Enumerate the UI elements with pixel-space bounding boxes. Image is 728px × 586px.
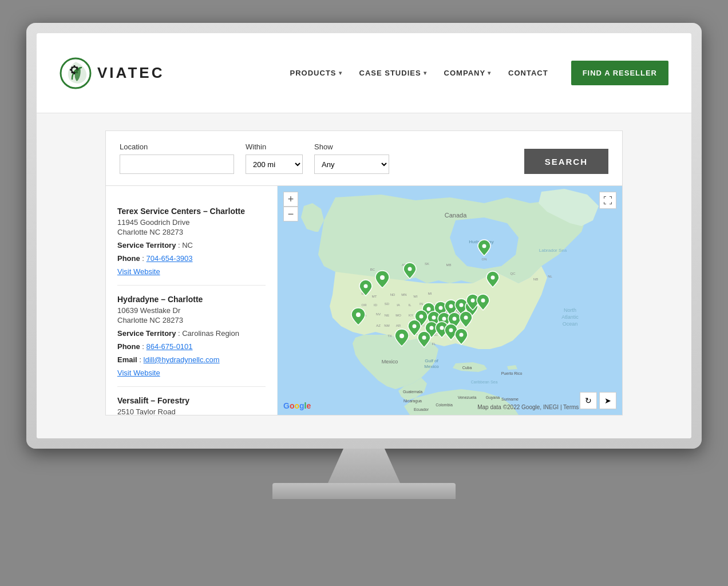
svg-rect-4 — [70, 69, 72, 70]
listing-service-territory: Service Territory : Carolinas Region — [117, 329, 266, 338]
svg-text:NB: NB — [533, 278, 538, 281]
svg-point-91 — [413, 324, 417, 328]
svg-point-72 — [408, 267, 412, 271]
svg-point-93 — [491, 276, 495, 280]
svg-text:North: North — [564, 307, 576, 313]
svg-text:Nicaragua: Nicaragua — [403, 399, 422, 403]
svg-text:MB: MB — [446, 263, 452, 267]
svg-point-75 — [427, 307, 431, 311]
logo-text: VIATEC — [97, 64, 164, 82]
svg-text:IN: IN — [420, 302, 423, 306]
svg-point-88 — [460, 333, 464, 337]
svg-text:MN: MN — [401, 293, 406, 296]
monitor-screen: VIATEC PRODUCTS ▾ CASE STUDIES ▾ COMPANY… — [37, 33, 691, 438]
svg-text:Guatemala: Guatemala — [403, 390, 422, 394]
phone-link[interactable]: 864-675-0101 — [147, 342, 193, 351]
map-google-branding: Google — [283, 401, 311, 410]
website-link[interactable]: Visit Website — [117, 369, 160, 377]
listing-item: Versalift – Forestry 2510 Taylor Road Sh… — [117, 387, 266, 415]
location-label: Location — [120, 142, 234, 151]
listing-item: Hydradyne – Charlotte 10639 Westlake Dr … — [117, 286, 266, 387]
svg-point-95 — [481, 299, 485, 303]
svg-text:Atlantic: Atlantic — [561, 314, 579, 320]
logo-icon — [60, 57, 92, 89]
site-header: VIATEC PRODUCTS ▾ CASE STUDIES ▾ COMPANY… — [37, 33, 691, 113]
listing-address-1: 11945 Goodrich Drive — [117, 218, 266, 227]
within-select[interactable]: 200 mi 50 mi 100 mi 500 mi — [246, 155, 303, 174]
find-reseller-button[interactable]: FIND A RESELLER — [571, 61, 668, 85]
listing-title: Hydradyne – Charlotte — [117, 295, 266, 304]
svg-text:MI: MI — [428, 292, 432, 295]
location-input[interactable] — [120, 155, 234, 174]
svg-text:Colombia: Colombia — [436, 403, 453, 407]
map-refresh-button[interactable]: ↻ — [580, 392, 597, 409]
show-select[interactable]: Any Resellers Service Centers — [314, 155, 389, 174]
listing-phone: Phone : 704-654-3903 — [117, 254, 266, 263]
nav-case-studies[interactable]: CASE STUDIES ▾ — [359, 69, 427, 77]
svg-text:NL: NL — [548, 275, 552, 278]
map-panel[interactable]: North Atlantic Ocean Canada Hudson Bay L… — [278, 186, 622, 415]
listing-website: Visit Website — [117, 267, 266, 276]
svg-text:IA: IA — [397, 303, 400, 307]
logo-link[interactable]: VIATEC — [60, 57, 164, 89]
svg-text:MT: MT — [372, 295, 377, 298]
svg-point-76 — [439, 306, 443, 310]
svg-text:NV: NV — [376, 312, 381, 316]
svg-point-81 — [432, 316, 436, 320]
svg-text:SK: SK — [425, 262, 429, 266]
listing-phone: Phone : 864-675-0101 — [117, 342, 266, 351]
svg-point-74 — [364, 284, 368, 288]
map-fullscreen-button[interactable] — [599, 192, 616, 209]
listing-address-1: 10639 Westlake Dr — [117, 306, 266, 315]
search-button[interactable]: SEARCH — [524, 149, 608, 174]
products-chevron-icon: ▾ — [339, 70, 342, 76]
svg-text:IL: IL — [408, 303, 412, 307]
svg-text:Ocean: Ocean — [563, 321, 578, 327]
listing-email: Email : ldill@hydradynellc.com — [117, 355, 266, 364]
show-field: Show Any Resellers Service Centers — [314, 142, 389, 174]
map-location-button[interactable]: ➤ — [599, 392, 616, 409]
show-label: Show — [314, 142, 389, 151]
svg-point-78 — [460, 303, 464, 307]
listing-service-territory: Service Territory : NC — [117, 241, 266, 250]
svg-rect-2 — [74, 65, 76, 68]
nav-products[interactable]: PRODUCTS ▾ — [290, 69, 342, 77]
svg-point-94 — [471, 299, 475, 303]
svg-point-85 — [430, 326, 434, 330]
nav-company[interactable]: COMPANY ▾ — [444, 69, 491, 77]
map-zoom-controls: + − — [283, 192, 298, 221]
svg-text:Caribbean Sea: Caribbean Sea — [471, 380, 498, 384]
fullscreen-icon — [604, 196, 612, 204]
phone-link[interactable]: 704-654-3903 — [147, 254, 193, 263]
svg-text:NM: NM — [384, 324, 389, 327]
map-bottom-controls: ↻ ➤ — [580, 392, 616, 409]
search-row: Location Within 200 mi 50 mi 100 mi 500 … — [105, 130, 623, 186]
listing-address-1: 2510 Taylor Road — [117, 407, 266, 415]
website-link[interactable]: Visit Website — [117, 267, 160, 276]
google-logo: Google — [283, 401, 311, 410]
svg-point-89 — [399, 334, 404, 338]
listing-title: Versalift – Forestry — [117, 396, 266, 405]
listing-address-2: Charlotte NC 28273 — [117, 316, 266, 324]
map-zoom-out-button[interactable]: − — [283, 207, 298, 221]
within-label: Within — [246, 142, 303, 151]
within-field: Within 200 mi 50 mi 100 mi 500 mi — [246, 142, 303, 174]
svg-point-90 — [356, 312, 361, 317]
svg-point-71 — [380, 275, 385, 280]
nav-contact[interactable]: CONTACT — [508, 69, 548, 77]
svg-point-83 — [453, 317, 457, 321]
svg-point-87 — [449, 328, 453, 332]
company-chevron-icon: ▾ — [488, 70, 491, 76]
svg-text:Venezuela: Venezuela — [458, 395, 477, 399]
email-link[interactable]: ldill@hydradynellc.com — [144, 355, 220, 364]
svg-text:Mexico: Mexico — [424, 364, 439, 369]
case-studies-chevron-icon: ▾ — [424, 70, 427, 76]
listings-panel: Terex Service Centers – Charlotte 11945 … — [106, 186, 278, 415]
svg-text:NE: NE — [385, 314, 389, 317]
svg-text:KY: KY — [409, 314, 413, 317]
svg-text:Ecuador: Ecuador — [414, 407, 429, 411]
svg-text:Mexico: Mexico — [382, 359, 398, 365]
svg-text:WI: WI — [413, 295, 418, 298]
listing-title: Terex Service Centers – Charlotte — [117, 207, 266, 216]
map-zoom-in-button[interactable]: + — [283, 192, 298, 207]
